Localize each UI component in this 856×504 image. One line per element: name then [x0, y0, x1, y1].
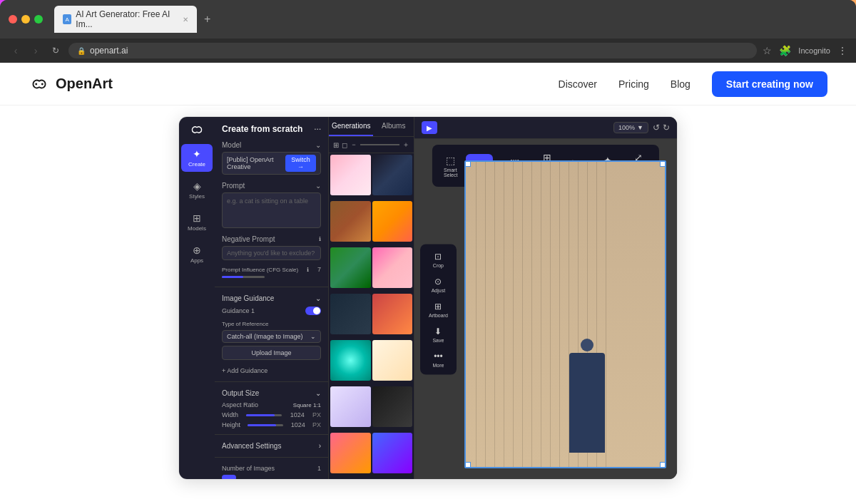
zoom-out-icon[interactable]: － — [350, 140, 357, 150]
bookmark-icon[interactable]: ☆ — [763, 45, 772, 56]
sidebar-item-styles[interactable]: ◈ Styles — [181, 176, 213, 204]
menu-icon[interactable]: ⋮ — [837, 45, 847, 56]
undo-button[interactable]: ↺ — [653, 123, 660, 133]
gallery-thumb-12[interactable] — [372, 386, 413, 427]
gallery-thumb-4[interactable] — [372, 201, 413, 242]
type-of-reference-label: Type of Reference — [222, 321, 268, 327]
canvas-content: ⬚ Smart Select ✏ InPaint ⬚ Background — [414, 139, 677, 479]
aspect-ratio-row: Aspect Ratio Square 1:1 — [215, 400, 328, 410]
extensions-icon[interactable]: 🧩 — [779, 45, 791, 56]
advanced-settings-section[interactable]: Advanced Settings › — [215, 439, 328, 453]
start-creating-button[interactable]: Start creating now — [712, 71, 827, 97]
reload-button[interactable]: ↻ — [49, 46, 63, 56]
gallery-thumb-10[interactable] — [372, 340, 413, 381]
gallery-thumb-3[interactable] — [330, 201, 371, 242]
gallery-thumb-9[interactable] — [330, 340, 371, 381]
cfg-slider[interactable] — [222, 276, 265, 278]
back-button[interactable]: ‹ — [9, 45, 23, 56]
gallery-thumb-6[interactable] — [372, 247, 413, 288]
neg-prompt-placeholder: Anything you'd like to exclude? — [227, 250, 315, 257]
nav-blog[interactable]: Blog — [671, 78, 691, 90]
gallery-thumb-11[interactable] — [330, 386, 371, 427]
save-icon: ⬇ — [434, 326, 442, 336]
model-selector[interactable]: [Public] OpenArt Creative Switch → — [222, 152, 321, 175]
gallery-thumb-1[interactable] — [330, 155, 371, 195]
output-size-label: Output Size — [222, 389, 259, 397]
divider-4 — [215, 457, 328, 458]
left-tools-panel: ⊡ Crop ⊙ Adjust ⊞ Artboard ⬇ — [420, 244, 457, 374]
upload-image-button[interactable]: Upload Image — [222, 346, 321, 360]
zoom-display[interactable]: 100% ▼ — [613, 122, 648, 133]
width-slider[interactable] — [246, 414, 282, 416]
traffic-lights — [9, 15, 43, 24]
sidebar-item-models[interactable]: ⊞ Models — [181, 208, 213, 236]
nav-discover[interactable]: Discover — [559, 78, 597, 90]
prompt-textarea[interactable]: e.g. a cat is sitting on a table — [222, 192, 321, 228]
selection-corner-br[interactable] — [660, 462, 666, 468]
width-row: Width 1024 PX — [215, 410, 328, 420]
close-button[interactable] — [9, 15, 17, 24]
styles-label: Styles — [189, 193, 205, 200]
type-selector-chevron-icon: ⌄ — [310, 333, 316, 340]
crop-tool[interactable]: ⊡ Crop — [424, 248, 452, 270]
neg-prompt-textarea[interactable]: Anything you'd like to exclude? — [222, 246, 321, 260]
divider-1 — [215, 287, 328, 287]
gallery-thumb-13[interactable] — [330, 433, 371, 473]
height-slider[interactable] — [248, 424, 283, 426]
nav-pricing[interactable]: Pricing — [618, 78, 649, 90]
logo-text: OpenArt — [56, 76, 113, 92]
select-icon[interactable]: ◻ — [342, 141, 347, 149]
panel-scroll[interactable]: Model ⌄ [Public] OpenArt Creative Switch… — [215, 138, 328, 479]
gallery-thumb-14[interactable] — [372, 433, 413, 473]
gallery-thumb-5[interactable] — [330, 247, 371, 288]
selection-corner-tr[interactable] — [660, 161, 666, 167]
gallery-thumb-7[interactable] — [330, 294, 371, 334]
tab-favicon: A — [63, 14, 71, 24]
smart-select-tool[interactable]: ⬚ Smart Select — [438, 152, 463, 180]
guidance-toggle[interactable] — [305, 307, 321, 315]
zoom-in-icon[interactable]: ＋ — [402, 140, 409, 150]
maximize-button[interactable] — [34, 15, 43, 24]
height-unit: PX — [312, 421, 321, 428]
model-label: Model — [222, 141, 241, 149]
browser-tab[interactable]: A AI Art Generator: Free AI Im... ✕ — [54, 6, 197, 33]
address-bar[interactable]: 🔒 openart.ai — [68, 43, 757, 58]
figure-body — [569, 353, 605, 453]
forward-button[interactable]: › — [29, 45, 43, 56]
tab-close-icon[interactable]: ✕ — [183, 16, 188, 24]
selection-corner-tl[interactable] — [465, 161, 471, 167]
toggle-thumb — [313, 307, 320, 314]
grid-view-icon[interactable]: ⊞ — [333, 141, 339, 149]
adjust-tool[interactable]: ⊙ Adjust — [424, 273, 452, 295]
save-tool[interactable]: ⬇ Save — [424, 323, 452, 345]
artboard-tool[interactable]: ⊞ Artboard — [424, 298, 452, 320]
new-tab-button[interactable]: + — [200, 13, 215, 26]
image-guidance-section[interactable]: Image Guidance ⌄ — [215, 292, 328, 305]
canvas-background — [466, 162, 665, 467]
adjust-label: Adjust — [432, 287, 445, 292]
sidebar-item-create[interactable]: ✦ Create — [181, 144, 213, 172]
num-images-slider-row[interactable] — [215, 475, 328, 479]
minimize-button[interactable] — [21, 15, 30, 24]
play-button[interactable]: ▶ — [422, 121, 437, 134]
more-tool[interactable]: ••• More — [424, 348, 452, 370]
tab-generations[interactable]: Generations — [329, 117, 373, 136]
output-size-section[interactable]: Output Size ⌄ — [215, 386, 328, 400]
gallery-thumb-8[interactable] — [372, 294, 413, 334]
sidebar-item-apps[interactable]: ⊕ Apps — [181, 240, 213, 268]
height-value: 1024 — [291, 421, 305, 428]
zoom-slider[interactable] — [360, 144, 399, 145]
gallery-toolbar: ⊞ ◻ － ＋ — [329, 137, 414, 153]
selection-corner-bl[interactable] — [465, 462, 471, 468]
tab-albums[interactable]: Albums — [373, 117, 414, 136]
add-guidance-button[interactable]: + Add Guidance — [215, 364, 328, 377]
redo-button[interactable]: ↻ — [663, 123, 670, 133]
sidebar-logo-icon — [189, 124, 205, 135]
gallery-thumb-2[interactable] — [372, 155, 413, 195]
prompt-label: Prompt — [222, 182, 245, 190]
type-selector[interactable]: Catch-all (Image to Image) ⌄ — [222, 330, 321, 343]
zoom-value: 100% — [618, 124, 635, 131]
width-unit: PX — [312, 411, 321, 418]
switch-button[interactable]: Switch → — [285, 155, 316, 172]
cfg-slider-container[interactable] — [215, 274, 328, 282]
